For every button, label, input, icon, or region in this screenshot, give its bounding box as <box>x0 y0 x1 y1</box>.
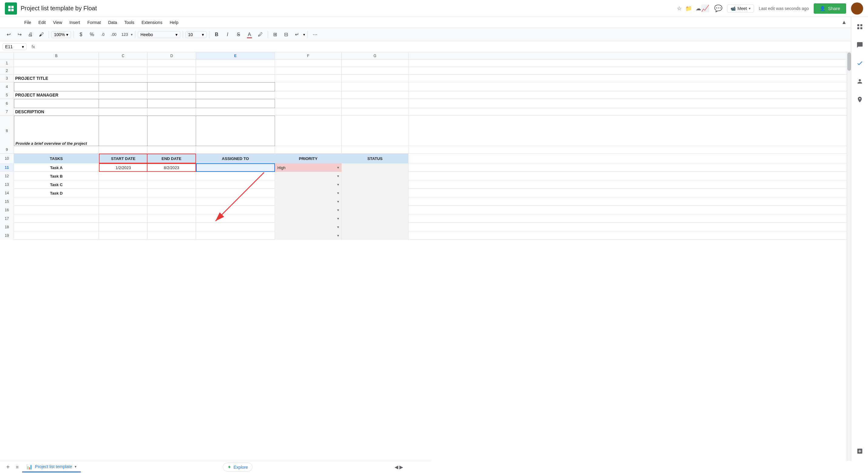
cell-b7-desc-label[interactable]: DESCRIPTION <box>14 108 99 115</box>
cell-c7[interactable] <box>99 108 148 115</box>
format-123-chevron[interactable]: ▾ <box>131 32 133 37</box>
cell-g2[interactable] <box>342 67 408 75</box>
cell-f1[interactable] <box>275 60 342 67</box>
cell-d9[interactable] <box>148 146 196 153</box>
cell-c11-start-a[interactable]: 1/2/2023 <box>99 163 148 172</box>
cell-d19[interactable] <box>148 231 196 240</box>
cell-f14-priority[interactable]: ▾ <box>275 189 342 197</box>
cell-c9[interactable] <box>99 146 148 153</box>
cell-e16[interactable] <box>196 206 275 214</box>
cell-e5[interactable] <box>196 91 275 99</box>
font-selector[interactable]: Heebo ▾ <box>138 31 180 38</box>
sidebar-maps-icon[interactable] <box>854 93 866 106</box>
percent-button[interactable]: % <box>87 30 97 39</box>
cell-f6[interactable] <box>275 99 342 108</box>
cell-f18-priority[interactable]: ▾ <box>275 223 342 231</box>
increase-decimal-button[interactable]: .00 <box>109 30 119 39</box>
cell-e11-assigned-a[interactable] <box>196 163 275 172</box>
comment-icon[interactable]: 💬 <box>714 5 722 12</box>
cell-f15-priority[interactable]: ▾ <box>275 197 342 206</box>
cell-b12-task-b[interactable]: Task B <box>14 172 99 180</box>
merge-button[interactable]: ⊟ <box>281 30 291 39</box>
cell-g1[interactable] <box>342 60 408 67</box>
cell-c2[interactable] <box>99 67 148 75</box>
cell-e19[interactable] <box>196 231 275 240</box>
menu-tools[interactable]: Tools <box>121 19 137 26</box>
cell-e6[interactable] <box>196 99 275 108</box>
cell-d15[interactable] <box>148 197 196 206</box>
paint-format-button[interactable]: 🖌 <box>36 30 46 39</box>
decrease-decimal-button[interactable]: .0 <box>98 30 108 39</box>
cell-g5[interactable] <box>342 91 408 99</box>
cell-b15[interactable] <box>14 197 99 206</box>
col-header-f[interactable]: F <box>275 52 342 59</box>
cell-e17[interactable] <box>196 214 275 223</box>
cell-g13-status[interactable] <box>342 180 408 189</box>
cell-d17[interactable] <box>148 214 196 223</box>
cell-d1[interactable] <box>148 60 196 67</box>
meet-btn[interactable]: 📹 Meet ▾ <box>727 5 754 12</box>
priority-dropdown-arrow-13[interactable]: ▾ <box>337 182 339 187</box>
cell-c5[interactable] <box>99 91 148 99</box>
italic-button[interactable]: I <box>223 30 232 39</box>
cell-b8-desc-input[interactable]: Provide a brief overview of the project <box>14 116 99 146</box>
cell-f19-priority[interactable]: ▾ <box>275 231 342 240</box>
highlight-color-button[interactable]: 🖊 <box>255 30 265 39</box>
cell-g10-status-header[interactable]: STATUS <box>342 154 408 163</box>
star-icon[interactable]: ☆ <box>677 5 682 12</box>
cell-f10-priority-header[interactable]: PRIORITY <box>275 154 342 163</box>
menu-help[interactable]: Help <box>166 19 182 26</box>
cell-g9[interactable] <box>342 146 408 153</box>
cell-f8[interactable] <box>275 116 342 146</box>
cell-c8[interactable] <box>99 116 148 146</box>
cell-b2[interactable] <box>14 67 99 75</box>
cell-g4[interactable] <box>342 82 408 91</box>
cell-b13-task-c[interactable]: Task C <box>14 180 99 189</box>
cell-d8[interactable] <box>148 116 196 146</box>
print-button[interactable]: 🖨 <box>26 30 35 39</box>
cell-f12-priority[interactable]: ▾ <box>275 172 342 180</box>
sidebar-chat-icon[interactable] <box>854 39 866 51</box>
cell-b1[interactable] <box>14 60 99 67</box>
cell-c14[interactable] <box>99 189 148 197</box>
cell-f5[interactable] <box>275 91 342 99</box>
cell-e2[interactable] <box>196 67 275 75</box>
cell-d12[interactable] <box>148 172 196 180</box>
cell-b5-pm-label[interactable]: PROJECT MANAGER <box>14 91 99 99</box>
cell-f2[interactable] <box>275 67 342 75</box>
cell-e8[interactable] <box>196 116 275 146</box>
cell-d3[interactable] <box>148 75 196 82</box>
cell-b9[interactable] <box>14 146 99 153</box>
menu-edit[interactable]: Edit <box>35 19 49 26</box>
borders-button[interactable]: ⊞ <box>271 30 280 39</box>
cell-b10-tasks-header[interactable]: TASKS <box>14 154 99 163</box>
cell-b19[interactable] <box>14 231 99 240</box>
zoom-control[interactable]: 100% ▾ <box>51 31 71 38</box>
col-header-c[interactable]: C <box>99 52 148 59</box>
priority-dropdown-arrow-17[interactable]: ▾ <box>337 216 339 221</box>
cell-f9[interactable] <box>275 146 342 153</box>
cell-b16[interactable] <box>14 206 99 214</box>
priority-dropdown-arrow-15[interactable]: ▾ <box>337 200 339 204</box>
vertical-scrollbar[interactable] <box>847 52 851 461</box>
cell-c4[interactable] <box>99 82 148 91</box>
explore-button[interactable]: ✦ Explore <box>223 463 252 471</box>
vertical-scrollbar-thumb[interactable] <box>847 53 851 71</box>
cell-d11-end-a[interactable]: 8/2/2023 <box>148 163 196 172</box>
cell-e13[interactable] <box>196 180 275 189</box>
share-button[interactable]: 👤 Explore Share <box>814 3 846 14</box>
cell-c1[interactable] <box>99 60 148 67</box>
format-123-button[interactable]: 123 <box>120 30 130 39</box>
cell-c19[interactable] <box>99 231 148 240</box>
cell-g19-status[interactable] <box>342 231 408 240</box>
app-icon[interactable] <box>5 2 17 14</box>
cell-f3[interactable] <box>275 75 342 82</box>
menu-format[interactable]: Format <box>84 19 104 26</box>
undo-button[interactable]: ↩ <box>4 30 13 39</box>
cell-e7[interactable] <box>196 108 275 115</box>
cell-g15-status[interactable] <box>342 197 408 206</box>
col-header-g[interactable]: G <box>342 52 408 59</box>
cell-f7[interactable] <box>275 108 342 115</box>
cell-g11-status-a[interactable] <box>342 163 408 172</box>
avatar[interactable] <box>851 2 863 14</box>
